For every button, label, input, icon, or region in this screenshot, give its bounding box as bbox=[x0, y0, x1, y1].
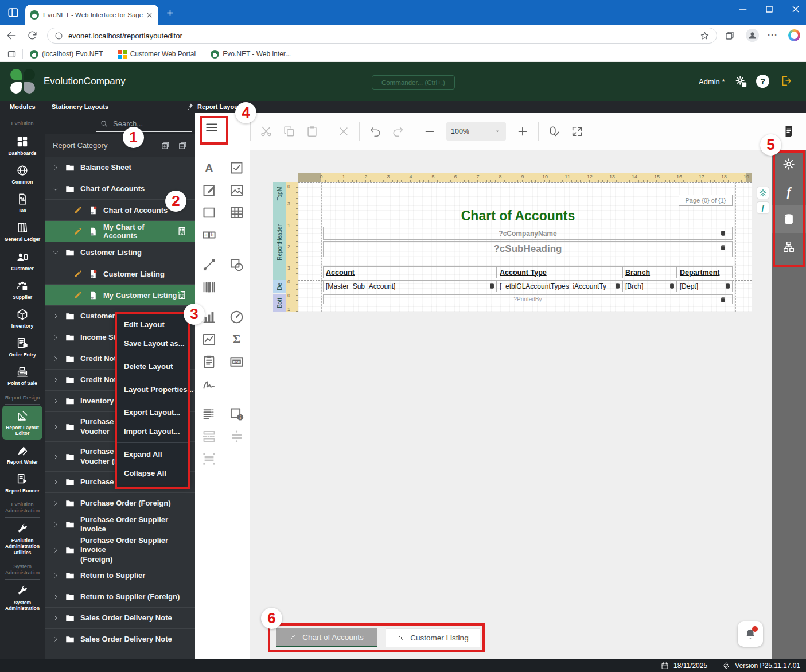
chevron-down-icon[interactable] bbox=[52, 249, 59, 256]
bookmark-item[interactable]: Customer Web Portal bbox=[118, 50, 196, 59]
tree-folder-return-to-supplier[interactable]: Return to Supplier bbox=[45, 565, 195, 586]
tree-folder-return-to-supplier-foreign-[interactable]: Return to Supplier (Foreign) bbox=[45, 586, 195, 607]
tool-sum-icon[interactable]: Σ bbox=[229, 332, 244, 347]
chevron-right-icon[interactable] bbox=[52, 334, 59, 341]
window-maximize-button[interactable] bbox=[764, 3, 775, 15]
notifications-button[interactable] bbox=[738, 621, 763, 647]
expressions-panel-button[interactable]: f bbox=[772, 178, 806, 205]
user-settings-icon[interactable] bbox=[735, 75, 747, 88]
chevron-right-icon[interactable] bbox=[52, 479, 59, 485]
tree-layout-chart-of-accounts[interactable]: Chart of Accounts bbox=[45, 199, 195, 220]
sidebar-item-report-writer[interactable]: Report Writer bbox=[2, 440, 42, 468]
tool-text-lines-icon[interactable] bbox=[201, 406, 217, 422]
report-structure-panel-button[interactable] bbox=[772, 233, 806, 261]
redo-button[interactable] bbox=[392, 125, 404, 138]
tool-checkbox-icon[interactable] bbox=[229, 160, 244, 176]
menu-item-expand-all[interactable]: Expand All bbox=[116, 445, 189, 464]
band-label-topm[interactable]: TopM bbox=[273, 182, 286, 205]
back-button[interactable] bbox=[6, 30, 17, 41]
chevron-right-icon[interactable] bbox=[52, 521, 59, 528]
tree-folder-purchase-order-supplier-invoice[interactable]: Purchase Order Supplier Invoice(Foreign) bbox=[45, 535, 195, 565]
collapse-all-icon[interactable] bbox=[178, 141, 188, 150]
chevron-right-icon[interactable] bbox=[52, 593, 59, 600]
tool-pdf-content-icon[interactable]: PDF bbox=[229, 354, 244, 370]
chevron-right-icon[interactable] bbox=[52, 164, 59, 171]
chevron-right-icon[interactable] bbox=[52, 398, 59, 405]
tree-folder-purchase-order-foreign-[interactable]: Purchase Order (Foreign) bbox=[45, 492, 195, 514]
chevron-right-icon[interactable] bbox=[52, 572, 59, 579]
favorite-star-icon[interactable] bbox=[700, 31, 710, 41]
chevron-right-icon[interactable] bbox=[52, 500, 59, 507]
tool-table-icon[interactable] bbox=[229, 205, 244, 220]
zoom-level-select[interactable]: 100% bbox=[446, 122, 506, 141]
tab-report-layout-editor[interactable]: Report Layout E bbox=[197, 103, 246, 110]
detail-field-cell[interactable]: [Master_Sub_Account] bbox=[323, 280, 497, 292]
tool-sparkline-icon[interactable] bbox=[201, 332, 217, 347]
fullscreen-button[interactable] bbox=[571, 125, 583, 138]
tool-barcode-icon[interactable] bbox=[201, 279, 217, 295]
chevron-right-icon[interactable] bbox=[52, 313, 59, 320]
sidebar-item-dashboards[interactable]: Dashboards bbox=[2, 131, 42, 160]
window-close-button[interactable] bbox=[790, 3, 801, 15]
band-label-reportheader[interactable]: ReportHeader bbox=[273, 205, 286, 280]
tool-panel-icon[interactable] bbox=[201, 205, 217, 220]
browser-tab[interactable]: Evo.NET - Web Interface for Sage bbox=[25, 5, 158, 25]
commander-search[interactable]: Commander... (Ctrl+.) bbox=[372, 75, 455, 90]
tool-chart-icon[interactable] bbox=[201, 309, 217, 325]
scripts-button[interactable] bbox=[782, 125, 796, 138]
menu-item-import-layout[interactable]: Import Layout... bbox=[116, 422, 189, 441]
pencil-edit-icon[interactable] bbox=[73, 227, 83, 236]
chevron-right-icon[interactable] bbox=[52, 615, 59, 621]
column-header-account-type[interactable]: Account Type bbox=[497, 266, 622, 278]
column-header-department[interactable]: Department bbox=[677, 266, 733, 278]
document-tab-chart-of-accounts[interactable]: Chart of Accounts bbox=[276, 628, 377, 647]
sidebar-item-supplier[interactable]: Supplier bbox=[2, 275, 42, 304]
menu-item-collapse-all[interactable]: Collapse All bbox=[116, 464, 189, 483]
pencil-edit-icon[interactable] bbox=[73, 269, 83, 278]
delete-button[interactable] bbox=[337, 125, 350, 138]
help-icon[interactable]: ? bbox=[756, 75, 769, 88]
sidebar-item-inventory[interactable]: Inventory bbox=[2, 304, 42, 332]
menu-item-layout-properties[interactable]: Layout Properties... bbox=[116, 380, 189, 399]
expand-all-icon[interactable] bbox=[161, 141, 170, 150]
sidebar-item-system-administration[interactable]: System Administration bbox=[2, 581, 42, 615]
chevron-right-icon[interactable] bbox=[52, 376, 59, 383]
sidebar-toggle-icon[interactable] bbox=[7, 49, 17, 59]
chevron-right-icon[interactable] bbox=[52, 424, 59, 430]
window-minimize-button[interactable] bbox=[737, 3, 749, 15]
tool-rich-text-icon[interactable] bbox=[201, 182, 217, 198]
smart-tag-gear-icon[interactable] bbox=[757, 187, 769, 199]
menu-hamburger-icon[interactable] bbox=[204, 120, 219, 135]
tree-folder-sales-order-delivery-note[interactable]: Sales Order Delivery Note bbox=[45, 628, 195, 650]
user-label[interactable]: Admin * bbox=[699, 77, 725, 86]
bookmark-item[interactable]: Evo.NET - Web inter... bbox=[211, 50, 291, 59]
sidebar-item-common[interactable]: Common bbox=[2, 160, 42, 188]
pencil-edit-icon[interactable] bbox=[73, 290, 83, 300]
company-name-field[interactable]: ?cCompanyName bbox=[323, 227, 733, 240]
sidebar-item-report-layout-editor[interactable]: Report Layout Editor bbox=[2, 406, 42, 440]
copy-button[interactable] bbox=[283, 125, 295, 138]
tree-layout-my-customer-listing[interactable]: My Customer Listing bbox=[45, 284, 195, 305]
menu-item-save-layout-as[interactable]: Save Layout as... bbox=[116, 334, 189, 353]
zoom-in-button[interactable] bbox=[516, 125, 529, 138]
sidebar-item-report-runner[interactable]: Report Runner bbox=[2, 469, 42, 497]
subheading-field[interactable]: ?cSubHeading bbox=[323, 241, 733, 257]
detail-field-cell[interactable]: [Brch] bbox=[622, 280, 677, 292]
sidebar-item-order-entry[interactable]: Order Entry bbox=[2, 333, 42, 361]
tool-character-comb-icon[interactable]: ab bbox=[201, 227, 217, 243]
close-tab-icon[interactable] bbox=[289, 634, 297, 641]
sidebar-item-customer[interactable]: Customer bbox=[2, 247, 42, 275]
detail-field-cell[interactable]: [Dept] bbox=[677, 280, 733, 292]
tool-signature-icon[interactable] bbox=[201, 376, 217, 392]
pencil-edit-icon[interactable] bbox=[73, 205, 83, 215]
zoom-out-button[interactable] bbox=[423, 125, 436, 138]
chevron-right-icon[interactable] bbox=[52, 547, 59, 554]
menu-item-export-layout[interactable]: Export Layout... bbox=[116, 403, 189, 422]
browser-menu-icon[interactable]: ··· bbox=[768, 30, 778, 40]
site-info-icon[interactable] bbox=[54, 32, 63, 40]
split-screen-icon[interactable] bbox=[725, 30, 735, 41]
tab-close-icon[interactable] bbox=[145, 11, 154, 20]
bookmark-item[interactable]: (localhost) Evo.NET bbox=[30, 50, 103, 59]
cut-button[interactable] bbox=[260, 125, 272, 138]
menu-item-delete-layout[interactable]: Delete Layout bbox=[116, 357, 189, 376]
